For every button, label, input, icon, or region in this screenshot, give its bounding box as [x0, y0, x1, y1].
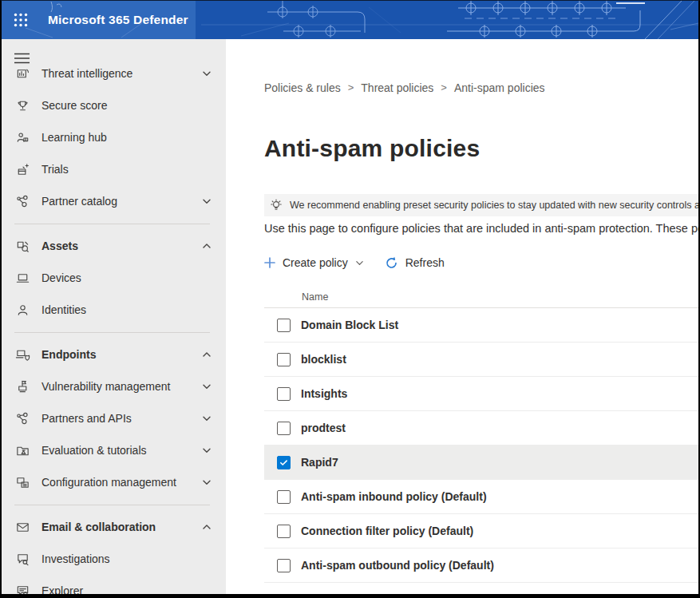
row-checkbox[interactable] [277, 559, 291, 572]
nav-collapse-button[interactable] [2, 39, 226, 67]
sidebar-item-secure-score[interactable]: Secure score [2, 89, 226, 121]
sidebar-item-label: Partners and APIs [42, 412, 132, 425]
row-checkbox[interactable] [277, 525, 291, 538]
command-bar: Create policy Refresh [264, 250, 698, 275]
breadcrumb-link-threat-policies[interactable]: Threat policies [361, 81, 433, 94]
app-launcher-button[interactable] [2, 1, 40, 39]
sidebar-item-label: Assets [42, 240, 78, 252]
table-row[interactable]: Rapid7 [264, 446, 698, 480]
breadcrumb-separator: > [441, 81, 447, 93]
table-row[interactable]: Domain Block List [264, 308, 698, 343]
sidebar-item-assets[interactable]: Assets [2, 230, 226, 262]
sidebar-item-vulnerability-management[interactable]: Vulnerability management [2, 370, 226, 402]
sidebar-item-label: Partner catalog [42, 195, 117, 208]
hamburger-icon [14, 53, 30, 64]
table-row[interactable]: prodtest [264, 411, 698, 446]
main-content: Policies & rules > Threat policies > Ant… [226, 39, 698, 594]
chevron-up-icon [202, 241, 212, 251]
waffle-icon [13, 12, 29, 28]
chevron-down-icon [355, 259, 364, 267]
row-checkbox[interactable] [277, 456, 291, 469]
column-header-name[interactable]: Name [264, 287, 698, 308]
trials-icon [14, 161, 30, 177]
folder-flask-icon [14, 442, 30, 458]
refresh-button[interactable]: Refresh [385, 253, 449, 273]
flag-icon [14, 378, 30, 394]
sidebar-item-endpoints[interactable]: Endpoints [2, 339, 226, 370]
create-policy-button[interactable]: Create policy [264, 253, 369, 272]
sidebar-item-learning-hub[interactable]: Learning hub [2, 121, 226, 153]
sidebar-item-devices[interactable]: Devices [2, 262, 226, 294]
assets-icon [14, 238, 30, 254]
sidebar-item-evaluation-tutorials[interactable]: Evaluation & tutorials [2, 434, 226, 466]
policy-name: Anti-spam inbound policy (Default) [301, 490, 487, 503]
row-checkbox[interactable] [277, 353, 291, 366]
chevron-down-icon [202, 69, 212, 78]
sidebar-item-trials[interactable]: Trials [2, 153, 226, 185]
app-title: Microsoft 365 Defender [48, 13, 188, 27]
policy-name: Domain Block List [301, 319, 398, 331]
chevron-down-icon [202, 196, 212, 206]
chevron-down-icon [202, 414, 212, 423]
top-bar: Microsoft 365 Defender [2, 1, 698, 39]
sidebar: Threat intelligence Secure score Learnin… [2, 39, 226, 594]
sidebar-item-label: Investigations [42, 552, 110, 565]
sidebar-item-email-collaboration[interactable]: Email & collaboration [2, 511, 226, 543]
chat-lines-search-icon [14, 583, 30, 594]
chevron-down-icon [202, 477, 212, 487]
page-title: Anti-spam policies [264, 133, 698, 164]
person-icon [14, 302, 30, 318]
brand-area: Microsoft 365 Defender [2, 1, 188, 39]
row-checkbox[interactable] [277, 387, 291, 401]
breadcrumb-separator: > [348, 81, 354, 93]
check-icon [279, 458, 288, 467]
share-network-icon [14, 193, 30, 209]
breadcrumb-link-policies-rules[interactable]: Policies & rules [264, 81, 341, 94]
table-row[interactable]: blocklist [264, 343, 698, 377]
sidebar-item-label: Learning hub [42, 131, 107, 144]
breadcrumb: Policies & rules > Threat policies > Ant… [264, 80, 698, 95]
sidebar-item-label: Explorer [42, 584, 83, 594]
table-row[interactable]: Anti-spam inbound policy (Default) [264, 480, 698, 514]
lightbulb-icon [270, 199, 283, 212]
table-row[interactable]: Anti-spam outbound policy (Default) [264, 548, 698, 583]
policy-name: Connection filter policy (Default) [301, 525, 473, 537]
table-row[interactable]: Intsights [264, 377, 698, 411]
app-window: Microsoft 365 Defender Threat intelligen… [0, 0, 700, 598]
sidebar-divider [14, 505, 210, 505]
policies-table: Name Domain Block List blocklist Intsigh… [264, 287, 698, 583]
share-network-icon [14, 410, 30, 426]
row-checkbox[interactable] [277, 490, 291, 504]
breadcrumb-current-page: Anti-spam policies [454, 81, 545, 94]
sidebar-item-label: Secure score [42, 99, 107, 112]
row-checkbox[interactable] [277, 422, 291, 435]
banner-text: We recommend enabling preset security po… [290, 200, 698, 211]
chevron-down-icon [202, 382, 212, 391]
sidebar-item-label: Endpoints [42, 348, 96, 361]
plus-icon [264, 257, 275, 268]
create-policy-label: Create policy [283, 256, 348, 269]
policy-name: prodtest [301, 422, 346, 434]
sidebar-item-partner-catalog[interactable]: Partner catalog [2, 185, 226, 217]
envelope-icon [14, 519, 30, 535]
policy-name: blocklist [301, 353, 346, 366]
sidebar-item-label: Email & collaboration [42, 521, 156, 533]
sidebar-item-threat-intelligence[interactable]: Threat intelligence [2, 67, 226, 89]
sidebar-divider [14, 332, 210, 333]
sidebar-item-identities[interactable]: Identities [2, 294, 226, 326]
sidebar-item-partners-and-apis[interactable]: Partners and APIs [2, 402, 226, 434]
sidebar-item-explorer[interactable]: Explorer [2, 575, 226, 594]
sidebar-item-label: Vulnerability management [42, 380, 170, 393]
sidebar-item-label: Evaluation & tutorials [42, 444, 147, 457]
policy-name: Anti-spam outbound policy (Default) [301, 559, 494, 572]
row-checkbox[interactable] [277, 319, 291, 332]
learning-hub-icon [14, 129, 30, 145]
sidebar-item-label: Identities [42, 303, 86, 316]
sidebar-item-label: Threat intelligence [42, 67, 132, 80]
chat-search-icon [14, 551, 30, 567]
table-row[interactable]: Connection filter policy (Default) [264, 514, 698, 548]
laptop-icon [14, 270, 30, 286]
policy-name: Rapid7 [301, 456, 338, 469]
sidebar-item-investigations[interactable]: Investigations [2, 543, 226, 575]
sidebar-item-configuration-management[interactable]: Configuration management [2, 466, 226, 498]
